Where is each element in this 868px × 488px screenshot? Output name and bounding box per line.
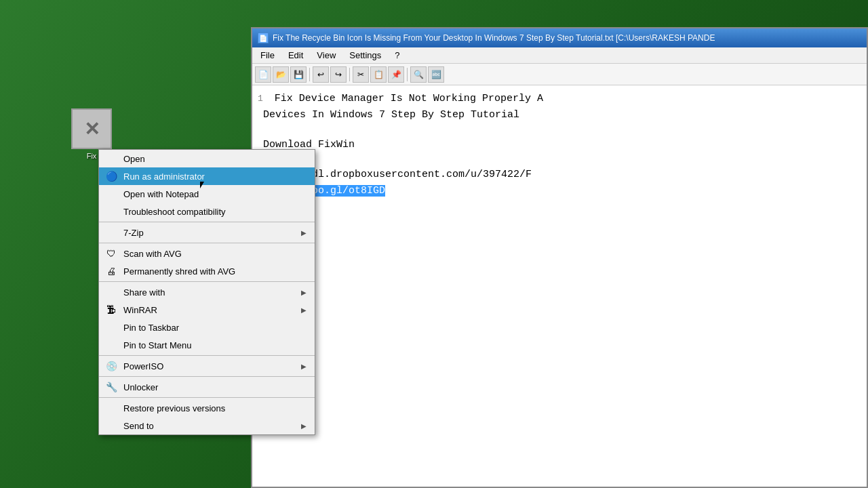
ctx-icon-poweriso: 💿: [104, 359, 118, 373]
ctx-sep-sep3: [99, 281, 315, 282]
notepad-line-url1: https://dl.dropboxusercontent.com/u/3974…: [258, 167, 861, 183]
ctx-label-shred-avg: Permanently shred with AVG: [123, 266, 235, 277]
desktop-icon-label: Fix: [87, 152, 97, 160]
notepad-line-3: [258, 123, 861, 137]
notepad-window: 📄 Fix The Recycle Bin Icon Is Missing Fr…: [251, 27, 868, 488]
window-content[interactable]: 1 Fix Device Manager Is Not Working Prop…: [252, 85, 867, 487]
menu-view[interactable]: View: [311, 49, 341, 62]
ctx-sep-sep1: [99, 222, 315, 222]
menu-file[interactable]: File: [255, 49, 280, 62]
ctx-item-unlocker[interactable]: 🔧Unlocker: [99, 378, 315, 396]
notepad-text-line1: Fix Device Manager Is Not Working Proper…: [275, 93, 543, 104]
ctx-label-pin-taskbar: Pin to Taskbar: [123, 323, 179, 333]
ctx-label-scan-avg: Scan with AVG: [123, 249, 182, 259]
ctx-icon-unlocker: 🔧: [104, 380, 118, 394]
ctx-sep-sep5: [99, 376, 315, 377]
ctx-label-run-as-admin: Run as administrator: [123, 171, 205, 182]
ctx-label-open: Open: [123, 154, 145, 164]
notepad-line-4: Download FixWin: [258, 137, 861, 153]
ctx-label-send-to: Send to: [123, 421, 154, 431]
ctx-item-7zip[interactable]: 7-Zip▶: [99, 224, 315, 241]
ctx-label-share-with: Share with: [123, 287, 165, 298]
ctx-icon-run-as-admin: 🔵: [104, 169, 118, 183]
ctx-item-scan-avg[interactable]: 🛡Scan with AVG: [99, 245, 315, 262]
toolbar-paste[interactable]: 📌: [388, 66, 404, 83]
toolbar-undo[interactable]: ↩: [313, 66, 329, 83]
ctx-label-open-notepad: Open with Notepad: [123, 189, 199, 199]
window-titlebar: 📄 Fix The Recycle Bin Icon Is Missing Fr…: [252, 28, 867, 47]
ctx-item-pin-taskbar[interactable]: Pin to Taskbar: [99, 319, 315, 336]
toolbar-find[interactable]: 🔍: [410, 66, 427, 83]
toolbar-redo[interactable]: ↪: [330, 66, 347, 83]
desktop: Fix 📄 Fix The Recycle Bin Icon Is Missin…: [0, 0, 868, 488]
ctx-sep-sep6: [99, 397, 315, 398]
ctx-item-run-as-admin[interactable]: 🔵Run as administrator: [99, 167, 315, 185]
ctx-item-send-to[interactable]: Send to▶: [99, 417, 315, 434]
toolbar-replace[interactable]: 🔤: [428, 66, 444, 83]
ctx-label-7zip: 7-Zip: [123, 228, 144, 238]
notepad-icon: 📄: [258, 33, 269, 43]
ctx-item-open-notepad[interactable]: Open with Notepad: [99, 185, 315, 203]
notepad-line-1: 1 Fix Device Manager Is Not Working Prop…: [258, 91, 861, 107]
ctx-arrow-7zip: ▶: [301, 229, 307, 237]
toolbar-copy[interactable]: 📋: [370, 66, 387, 83]
line-num-1: 1: [258, 94, 263, 104]
ctx-item-pin-start[interactable]: Pin to Start Menu: [99, 336, 315, 354]
ctx-label-pin-start: Pin to Start Menu: [123, 340, 191, 350]
window-toolbar: 📄 📂 💾 ↩ ↪ ✂ 📋 📌 🔍 🔤: [252, 64, 867, 85]
window-title: Fix The Recycle Bin Icon Is Missing From…: [273, 33, 715, 43]
ctx-icon-shred-avg: 🖨: [104, 264, 118, 278]
toolbar-sep3: [407, 68, 408, 81]
ctx-item-restore[interactable]: Restore previous versions: [99, 399, 315, 417]
notepad-text-area: 1 Fix Device Manager Is Not Working Prop…: [252, 85, 867, 205]
ctx-item-share-with[interactable]: Share with▶: [99, 283, 315, 301]
menu-settings[interactable]: Settings: [344, 49, 387, 62]
ctx-label-restore: Restore previous versions: [123, 403, 225, 413]
ctx-label-winrar: WinRAR: [123, 305, 157, 315]
ctx-item-poweriso[interactable]: 💿PowerISO▶: [99, 357, 315, 375]
ctx-item-shred-avg[interactable]: 🖨Permanently shred with AVG: [99, 262, 315, 280]
notepad-line-5: [258, 153, 861, 167]
toolbar-new[interactable]: 📄: [255, 66, 271, 83]
ctx-arrow-share-with: ▶: [301, 289, 307, 296]
ctx-sep-sep2: [99, 243, 315, 243]
window-menubar: File Edit View Settings ?: [252, 47, 867, 64]
toolbar-cut[interactable]: ✂: [353, 66, 369, 83]
ctx-sep-sep4: [99, 355, 315, 356]
context-menu: Open🔵Run as administratorOpen with Notep…: [98, 149, 315, 435]
menu-edit[interactable]: Edit: [283, 49, 309, 62]
ctx-arrow-poweriso: ▶: [301, 363, 307, 370]
ctx-icon-winrar: 🗜: [104, 303, 118, 317]
notepad-line-url2: http://goo.gl/ot8IGD: [258, 183, 861, 199]
toolbar-sep2: [349, 68, 350, 81]
toolbar-sep1: [309, 68, 310, 81]
desktop-icon-image: [71, 108, 112, 149]
notepad-text-line2: Devices In Windows 7 Step By Step Tutori…: [263, 109, 519, 121]
toolbar-open[interactable]: 📂: [273, 66, 289, 83]
ctx-label-troubleshoot: Troubleshoot compatibility: [123, 207, 226, 217]
ctx-label-poweriso: PowerISO: [123, 361, 163, 371]
ctx-arrow-winrar: ▶: [301, 306, 307, 314]
ctx-icon-scan-avg: 🛡: [104, 247, 118, 260]
ctx-arrow-send-to: ▶: [301, 422, 307, 430]
ctx-item-winrar[interactable]: 🗜WinRAR▶: [99, 301, 315, 319]
notepad-line-2: Devices In Windows 7 Step By Step Tutori…: [258, 107, 861, 123]
ctx-item-troubleshoot[interactable]: Troubleshoot compatibility: [99, 203, 315, 220]
ctx-item-open[interactable]: Open: [99, 150, 315, 167]
toolbar-save[interactable]: 💾: [290, 66, 307, 83]
menu-help[interactable]: ?: [389, 49, 405, 62]
ctx-label-unlocker: Unlocker: [123, 382, 158, 392]
